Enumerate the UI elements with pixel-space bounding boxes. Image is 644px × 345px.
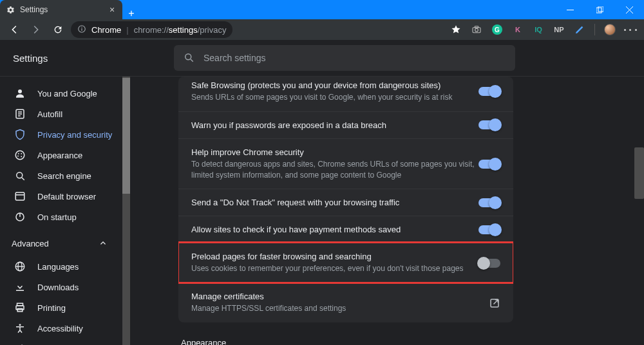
setting-subtitle: Manage HTTPS/SSL certificates and settin… (191, 303, 489, 314)
globe-icon (14, 261, 26, 272)
window-controls (555, 0, 644, 19)
search-icon (183, 51, 194, 65)
setting-row[interactable]: Safe Browsing (protects you and your dev… (178, 77, 513, 111)
settings-search[interactable]: Search settings (174, 45, 515, 71)
forward-button[interactable] (27, 21, 45, 39)
sidebar-item-label: Languages (37, 262, 79, 272)
site-info-icon[interactable] (77, 24, 86, 35)
sidebar-item-printing[interactable]: Printing (0, 297, 122, 318)
sidebar-item-label: Default browser (37, 192, 96, 201)
tab-strip: Settings × + (0, 0, 140, 19)
extension-np[interactable]: NP (551, 21, 567, 38)
sidebar-item-default-browser[interactable]: Default browser (0, 186, 122, 207)
settings-page: Settings Search settings You and Google … (0, 40, 644, 345)
close-icon[interactable]: × (107, 5, 117, 15)
settings-sidebar: You and Google Autofill Privacy and secu… (0, 77, 122, 345)
close-window-button[interactable] (614, 0, 644, 19)
shield-icon (14, 129, 26, 140)
toggle-switch[interactable] (478, 198, 500, 207)
gear-icon (6, 6, 15, 14)
setting-title: Warn you if passwords are exposed in a d… (191, 120, 478, 130)
sidebar-item-languages[interactable]: Languages (0, 256, 122, 277)
setting-row[interactable]: Warn you if passwords are exposed in a d… (178, 111, 513, 138)
sidebar-item-label: Appearance (37, 151, 82, 160)
extension-k[interactable]: K (509, 21, 526, 38)
settings-main-panel: Safe Browsing (protects you and your dev… (130, 77, 644, 345)
accessibility-icon (14, 322, 26, 334)
tab-title: Settings (20, 5, 48, 14)
browser-menu-button[interactable] (622, 21, 639, 38)
setting-subtitle: To detect dangerous apps and sites, Chro… (191, 159, 478, 181)
toggle-switch[interactable] (478, 120, 500, 129)
new-tab-button[interactable]: + (122, 8, 140, 19)
main-scrollbar-track[interactable] (634, 77, 644, 345)
url-text: chrome://settings/privacy (134, 25, 227, 35)
main-scrollbar-thumb[interactable] (634, 147, 644, 199)
reload-button[interactable] (49, 21, 67, 39)
address-bar[interactable]: Chrome | chrome://settings/privacy (71, 21, 232, 38)
sidebar-item-accessibility[interactable]: Accessibility (0, 318, 122, 339)
toggle-switch[interactable] (478, 87, 500, 96)
browser-tab[interactable]: Settings × (0, 0, 122, 19)
palette-icon (14, 149, 26, 161)
sidebar-item-label: Privacy and security (37, 130, 112, 140)
sidebar-item-label: Autofill (37, 109, 62, 119)
svg-rect-32 (596, 8, 601, 13)
setting-row[interactable]: Allow sites to check if you have payment… (178, 216, 513, 243)
sidebar-item-label: Downloads (37, 283, 79, 292)
sidebar-item-label: Search engine (37, 171, 91, 181)
bookmark-star-icon[interactable] (448, 21, 464, 38)
scrollbar-thumb[interactable] (122, 78, 130, 194)
back-button[interactable] (5, 21, 23, 39)
sidebar-item-you-and-google[interactable]: You and Google (0, 83, 122, 104)
search-icon (14, 170, 26, 182)
sidebar-item-search-engine[interactable]: Search engine (0, 165, 122, 186)
pen-extension-icon[interactable] (571, 21, 588, 38)
setting-title: Allow sites to check if you have payment… (191, 225, 478, 234)
maximize-button[interactable] (585, 0, 614, 19)
toggle-switch[interactable] (478, 225, 500, 234)
minimize-button[interactable] (555, 0, 585, 19)
extension-iq[interactable]: IQ (530, 21, 547, 38)
camera-extension-icon[interactable] (468, 21, 485, 38)
advanced-label: Advanced (12, 239, 49, 248)
toggle-switch[interactable] (478, 259, 500, 268)
setting-title: Manage certificates (191, 292, 489, 301)
download-icon (14, 281, 26, 293)
toggle-switch[interactable] (478, 160, 500, 169)
sidebar-item-label: On startup (37, 212, 77, 222)
setting-title: Preload pages for faster browsing and se… (191, 252, 478, 261)
title-bar: Settings × + (0, 0, 644, 19)
sidebar-item-system[interactable]: System (0, 339, 122, 345)
setting-row[interactable]: Help improve Chrome securityTo detect da… (178, 138, 513, 189)
appearance-section-label: Appearance (178, 335, 513, 345)
sidebar-item-downloads[interactable]: Downloads (0, 277, 122, 297)
setting-row[interactable]: Send a "Do Not Track" request with your … (178, 189, 513, 216)
grammarly-extension-icon[interactable]: G (489, 21, 506, 38)
person-icon (14, 88, 26, 99)
chevron-up-icon (98, 238, 108, 250)
sidebar-advanced-toggle[interactable]: Advanced (0, 227, 122, 256)
svg-rect-31 (567, 10, 574, 10)
sidebar-item-on-startup[interactable]: On startup (0, 207, 122, 227)
url-scheme: Chrome (91, 25, 121, 35)
print-icon (14, 302, 26, 313)
profile-avatar[interactable] (601, 21, 618, 38)
setting-title: Safe Browsing (protects you and your dev… (191, 80, 478, 90)
external-link-icon (489, 297, 500, 309)
settings-header: Settings Search settings (0, 40, 644, 76)
sidebar-item-autofill[interactable]: Autofill (0, 104, 122, 124)
browser-icon (14, 191, 26, 202)
setting-subtitle: Uses cookies to remember your preference… (191, 263, 478, 274)
sidebar-item-appearance[interactable]: Appearance (0, 145, 122, 165)
browser-toolbar: Chrome | chrome://settings/privacy G K I… (0, 19, 644, 40)
search-placeholder: Search settings (204, 53, 266, 63)
autofill-icon (14, 108, 26, 120)
setting-title: Send a "Do Not Track" request with your … (191, 198, 478, 207)
sidebar-item-privacy[interactable]: Privacy and security (0, 124, 122, 145)
sidebar-item-label: You and Google (37, 89, 97, 98)
sidebar-scrollbar[interactable] (122, 77, 130, 345)
setting-row[interactable]: Preload pages for faster browsing and se… (178, 243, 513, 283)
setting-title: Help improve Chrome security (191, 147, 478, 157)
setting-row[interactable]: Manage certificatesManage HTTPS/SSL cert… (178, 283, 513, 322)
